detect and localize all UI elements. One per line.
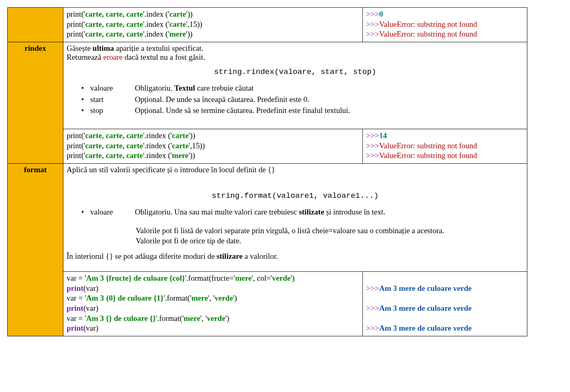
output-line: >>>0	[366, 9, 524, 19]
param-list: •valoareObligatoriu. Textul care trebuie…	[81, 83, 524, 116]
code-line: print('carte, carte, carte'.index ('cart…	[67, 19, 359, 30]
output-line: >>>Am 3 mere de culoare verde	[366, 323, 524, 334]
desc-cell-format: Aplică un stil valorii specificate și o …	[63, 164, 527, 272]
code-line: print('carte, carte, carte'.rindex ('car…	[67, 141, 359, 151]
signature: string.format(valoare1, valoare1...)	[67, 191, 524, 200]
desc-cell-rindex: Găsește ultima apariție a textului speci…	[63, 42, 527, 129]
code-line: print('carte, carte, carte'.rindex ('car…	[67, 131, 359, 141]
code-line: print(var)	[67, 284, 359, 294]
signature: string.rindex(valoare, start, stop)	[67, 67, 524, 76]
desc-line: Valorile pot fi listă de valori separate…	[136, 225, 524, 236]
desc-line: Găsește ultima apariție a textului speci…	[67, 44, 524, 53]
code-line: print('carte, carte, carte'.rindex ('mer…	[67, 151, 359, 161]
output-cell-rindex: >>>14 >>>ValueError: substring not found…	[363, 129, 527, 163]
code-line: var = 'Am 3 {} de culoare {}'.format('me…	[67, 314, 359, 324]
code-line: print(var)	[67, 303, 359, 314]
output-line: >>>ValueError: substring not found	[366, 151, 524, 161]
output-line: >>>Am 3 mere de culoare verde	[366, 303, 524, 314]
method-cell-rindex: rindex	[8, 42, 63, 164]
method-cell-index-tail	[8, 8, 63, 42]
param: •valoareObligatoriu. Una sau mai multe v…	[81, 207, 524, 217]
code-line: print('carte, carte, carte'.index ('mere…	[67, 29, 359, 39]
output-line: >>>ValueError: substring not found	[366, 29, 524, 39]
method-name: format	[24, 165, 47, 174]
output-line	[366, 314, 524, 324]
code-line: print(var)	[67, 323, 359, 334]
output-line: >>>ValueError: substring not found	[366, 141, 524, 151]
method-name: rindex	[25, 44, 46, 52]
output-cell-format: >>>Am 3 mere de culoare verde >>>Am 3 me…	[363, 271, 527, 336]
methods-table: print('carte, carte, carte'.index ('cart…	[7, 7, 527, 336]
param: •startOpțional. De unde sa înceapă căuta…	[81, 94, 524, 105]
param: •stopOpțional. Unde să se termine căutar…	[81, 105, 524, 116]
output-line: >>>Am 3 mere de culoare verde	[366, 284, 524, 294]
method-cell-format: format	[8, 164, 63, 336]
output-line: >>>ValueError: substring not found	[366, 19, 524, 30]
desc-line: Valorile pot fi de orice tip de date.	[136, 236, 524, 246]
code-line: var = 'Am 3 {0} de culoare {1}'.format('…	[67, 293, 359, 303]
param: •valoareObligatoriu. Textul care trebuie…	[81, 83, 524, 93]
code-cell-rindex: print('carte, carte, carte'.rindex ('car…	[63, 129, 363, 163]
param-list: •valoareObligatoriu. Una sau mai multe v…	[81, 207, 524, 217]
desc-line: Aplică un stil valorii specificate și o …	[67, 165, 524, 174]
desc-line: Returnează eroare dacă textul nu a fost …	[67, 53, 524, 62]
code-line: print('carte, carte, carte'.index ('cart…	[67, 9, 359, 19]
output-line: >>>14	[366, 131, 524, 141]
output-cell-index: >>>0 >>>ValueError: substring not found …	[363, 8, 527, 42]
code-cell-index: print('carte, carte, carte'.index ('cart…	[63, 8, 363, 42]
desc-line: În interiorul {} se pot adăuga diferite …	[67, 252, 524, 261]
output-line	[366, 273, 524, 284]
code-line: var = 'Am 3 {fructe} de culoare {col}'.f…	[67, 273, 359, 284]
code-cell-format: var = 'Am 3 {fructe} de culoare {col}'.f…	[63, 271, 363, 336]
output-line	[366, 293, 524, 303]
